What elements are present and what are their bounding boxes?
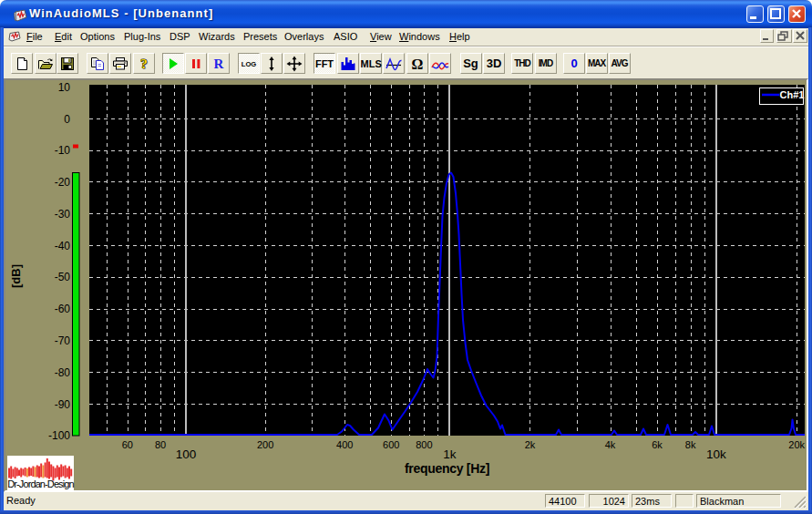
svg-text:8k: 8k — [685, 439, 696, 450]
svg-text:Ch#1: Ch#1 — [780, 89, 805, 100]
svg-text:0: 0 — [64, 113, 70, 126]
svg-text:800: 800 — [416, 439, 432, 450]
svg-text:-10: -10 — [55, 144, 71, 157]
svg-text:-30: -30 — [55, 208, 71, 221]
svg-text:-40: -40 — [55, 240, 71, 252]
svg-text:600: 600 — [383, 439, 399, 450]
svg-text:2k: 2k — [525, 439, 536, 450]
svg-text:20k: 20k — [788, 439, 805, 450]
svg-text:[dB]: [dB] — [9, 264, 23, 288]
svg-text:-90: -90 — [55, 398, 71, 411]
svg-text:10: 10 — [58, 81, 71, 94]
svg-text:Ω: Ω — [411, 57, 423, 71]
svg-text:10k: 10k — [706, 447, 726, 461]
svg-text:?: ? — [140, 57, 148, 71]
svg-text:-50: -50 — [55, 271, 71, 283]
svg-text:-60: -60 — [55, 303, 71, 315]
svg-text:60: 60 — [122, 439, 133, 450]
svg-text:6k: 6k — [652, 439, 663, 450]
svg-text:1k: 1k — [443, 447, 457, 461]
svg-text:4k: 4k — [605, 439, 616, 450]
svg-text:400: 400 — [336, 439, 353, 450]
svg-text:100: 100 — [176, 447, 197, 461]
svg-text:R: R — [214, 57, 224, 71]
svg-text:200: 200 — [257, 439, 273, 450]
svg-text:frequency [Hz]: frequency [Hz] — [405, 461, 489, 476]
svg-text:-100: -100 — [48, 429, 70, 442]
svg-text:-80: -80 — [55, 366, 71, 379]
svg-text:-20: -20 — [55, 176, 71, 189]
svg-text:80: 80 — [155, 439, 166, 450]
svg-text:-70: -70 — [55, 334, 71, 347]
